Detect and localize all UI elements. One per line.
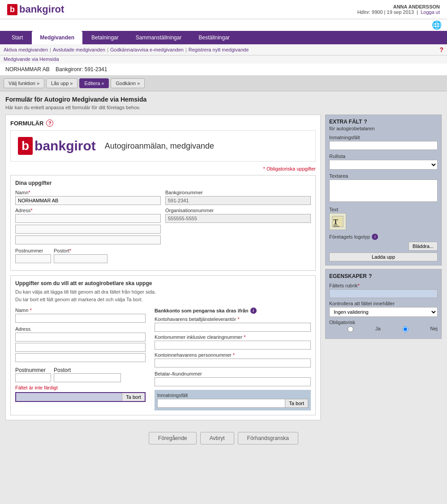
subnav-aktiva[interactable]: Aktiva medgivanden — [4, 47, 48, 52]
bottom-bar: Föregående Avbryt Förhandsgranska — [0, 425, 447, 452]
ef-inmatning-label: Inmatningsfält — [329, 135, 438, 140]
valj-funktion-button[interactable]: Välj funktion » — [4, 78, 44, 88]
ef-inmatning-input[interactable] — [329, 141, 438, 150]
form-logo-text: bankgirot — [34, 138, 96, 154]
eg-validering-select[interactable]: Ingen validering E-post Telefon Personnu… — [329, 307, 438, 317]
main: Formulär för Autogiro Medgivande via Hem… — [0, 91, 447, 425]
tab-bestallningar[interactable]: Beställningar — [190, 31, 237, 44]
lower-left-col: Namn * Adress — [15, 308, 146, 410]
dina-uppgifter-heading: Dina uppgifter — [15, 180, 311, 186]
foregaende-button[interactable]: Föregående — [149, 432, 197, 444]
ef-rullista-field: Rullista — [329, 154, 438, 170]
lower-adress-inputs — [15, 333, 146, 363]
tab-start[interactable]: Start — [4, 31, 31, 44]
lower-postnummer-label: Postnummer — [15, 367, 51, 373]
logout-link[interactable]: Logga ut — [421, 9, 440, 15]
ta-bort-row2: Ta bort — [157, 399, 308, 408]
extra-falt-panel: EXTRA FÄLT ? för autogirobetalaren Inmat… — [325, 115, 442, 265]
ta-bort-button2[interactable]: Ta bort — [285, 399, 308, 408]
ef-rullista-select[interactable] — [329, 160, 438, 170]
ef-browse-row: Bläddra... — [329, 242, 438, 251]
eg-rubrik-input[interactable] — [329, 289, 438, 298]
inmatning-field-section: Inmatningsfält Ta bort — [155, 390, 311, 410]
lower-adress-input-3[interactable] — [15, 353, 146, 362]
content-area: FORMULÄR ? b bankgirot Autogiroanmälan, … — [5, 115, 442, 420]
hdlnr: Hdlnr: 9900 — [357, 9, 383, 15]
ef-text-field: Text T — [329, 207, 438, 230]
kontoinnehavarens-input[interactable] — [155, 359, 311, 367]
orgnr-col: Organisationsnummer — [165, 208, 311, 263]
forhandsgranska-button[interactable]: Förhandsgranska — [238, 432, 298, 444]
lower-adress-input-2[interactable] — [15, 343, 146, 352]
extra-falt-title: EXTRA FÄLT ? — [329, 119, 438, 125]
subnav-hemsida[interactable]: Medgivande via Hemsida — [4, 56, 59, 62]
formular-help-icon[interactable]: ? — [46, 120, 53, 127]
kontohavaren-input[interactable] — [155, 323, 311, 332]
tab-medgivanden[interactable]: Medgivanden — [32, 31, 82, 44]
help-icon[interactable]: ? — [439, 46, 443, 53]
ef-textarea[interactable] — [329, 179, 438, 202]
lower-postnummer-input[interactable] — [15, 373, 51, 382]
editera-button[interactable]: Editera » — [79, 78, 109, 88]
postnr-row: Postnummer Postort* — [15, 248, 161, 263]
inmatning-input[interactable] — [157, 399, 285, 408]
dina-uppgifter-section: Dina uppgifter Namn* Bankgironummer Adre… — [10, 175, 316, 271]
header-logo: b bankgirot — [7, 4, 64, 15]
orgnr-input[interactable] — [165, 214, 311, 223]
bank-info-icon: i — [250, 308, 257, 314]
tab-betalningar[interactable]: Betalningar — [83, 31, 127, 44]
subnav-avslutade[interactable]: Avslutade medgivanden — [53, 47, 105, 52]
ef-inmatning-field: Inmatningsfält — [329, 135, 438, 150]
bankgironummer-input[interactable] — [165, 196, 311, 205]
lower-postort-label: Postort — [54, 367, 121, 373]
inmatning-label: Inmatningsfält — [157, 393, 308, 398]
lower-adress-group: Adress — [15, 326, 146, 363]
betalar-label: Betalar-/kundnummer — [155, 371, 311, 376]
lower-postnr-field: Postnummer — [15, 367, 51, 382]
las-upp-button[interactable]: Lås upp » — [46, 78, 77, 88]
namn-label: Namn* — [15, 190, 161, 195]
adress-input-2[interactable] — [15, 225, 161, 234]
lower-two-col: Namn * Adress — [15, 308, 311, 410]
ta-bort-input[interactable] — [16, 393, 122, 401]
radio-nej[interactable] — [384, 326, 427, 332]
sub-nav: Aktiva medgivanden | Avslutade medgivand… — [0, 44, 447, 56]
ef-text-icon[interactable]: T — [329, 213, 346, 230]
ta-bort-button[interactable]: Ta bort — [122, 393, 145, 401]
tab-sammanstallningar[interactable]: Sammanställningar — [128, 31, 190, 44]
extra-falt-help-icon[interactable]: ? — [364, 119, 367, 125]
ef-browse-button[interactable]: Bläddra... — [408, 242, 438, 251]
avbryt-button[interactable]: Avbryt — [200, 432, 234, 444]
adress-input-1[interactable] — [15, 214, 161, 223]
eg-obligatorisk-field: Obligatorisk Ja Nej — [329, 320, 438, 332]
bankgironummer-label: Bankgironummer — [165, 190, 311, 195]
egenskaper-help-icon[interactable]: ? — [369, 273, 372, 279]
namn-input[interactable] — [15, 196, 161, 205]
right-panel: EXTRA FÄLT ? för autogirobetalaren Inmat… — [325, 115, 442, 420]
form-bankgirot-logo: b bankgirot — [18, 137, 96, 155]
subnav-registrera[interactable]: Registrera nytt medgivande — [189, 47, 249, 52]
kontonummer-input[interactable] — [155, 341, 311, 350]
egenskaper-title: EGENSKAPER ? — [329, 273, 438, 279]
adress-input-3[interactable] — [15, 235, 161, 244]
godkann-button[interactable]: Godkänn » — [111, 78, 145, 88]
flag-icon: 🌐 — [432, 21, 442, 30]
radio-ja[interactable] — [329, 326, 372, 332]
ef-rullista-label: Rullista — [329, 154, 438, 159]
lower-adress-input-1[interactable] — [15, 333, 146, 342]
ef-ladda-button[interactable]: Ladda upp — [329, 252, 438, 261]
form-logo-area: b bankgirot Autogiroanmälan, medgivande — [10, 130, 316, 162]
betalar-input[interactable] — [155, 377, 311, 386]
kontonummer-field: Kontonummer inklusive clearingnummer * — [155, 334, 311, 350]
postnummer-input[interactable] — [15, 254, 51, 263]
obligatory-note: * Obligatoriska uppgifter — [10, 166, 316, 171]
date-value: 19 sep 2013 — [387, 9, 414, 15]
subnav-godkanna[interactable]: Godkänna/avvisa e-medgivanden — [110, 47, 184, 52]
postort-input[interactable] — [54, 254, 107, 263]
bankgironr-value: 591-2341 — [85, 66, 107, 73]
lower-namn-group: Namn * — [15, 308, 146, 323]
orgnr-label: Organisationsnummer — [165, 208, 311, 213]
lower-namn-input[interactable] — [15, 314, 146, 323]
lower-postort-input[interactable] — [54, 373, 121, 382]
text-format-icon: T — [331, 215, 344, 228]
